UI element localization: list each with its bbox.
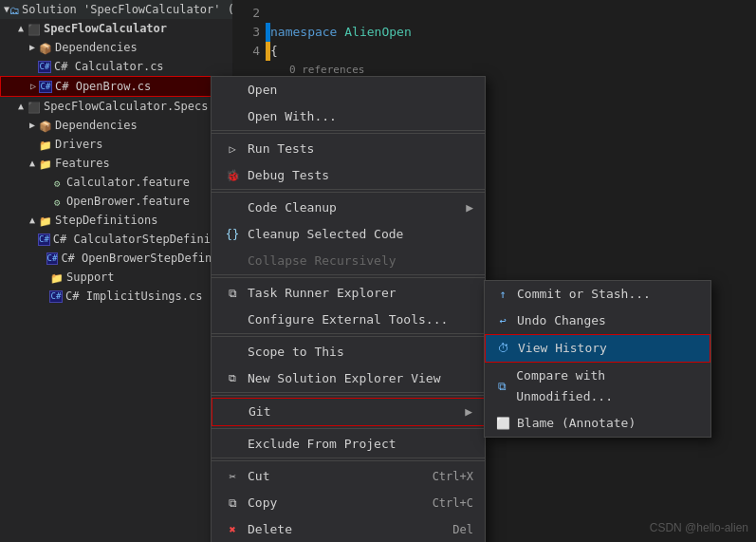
menu-item-task-runner[interactable]: ⧉ Task Runner Explorer <box>212 280 485 307</box>
undo-icon: ↩ <box>494 310 511 331</box>
app: ▼ 🗂 Solution 'SpecFlowCalculator' (2 of … <box>0 0 756 542</box>
submenu-item-view-history[interactable]: ⏱ View History <box>485 334 710 363</box>
tree-item-proj2[interactable]: ▲ ⬛ SpecFlowCalculator.Specs <box>0 97 232 116</box>
menu-item-git[interactable]: Git ▶ <box>212 398 485 426</box>
submenu-label-blame: Blame (Annotate) <box>517 413 636 434</box>
arrow-icon: ▲ <box>15 20 27 37</box>
separator <box>212 277 485 278</box>
delete-shortcut: Del <box>452 519 473 540</box>
menu-item-configure-tools[interactable]: Configure External Tools... <box>212 307 485 334</box>
menu-item-open[interactable]: Open <box>212 77 485 103</box>
submenu-label-view-history: View History <box>518 338 607 359</box>
menu-label-task-runner: Task Runner Explorer <box>248 283 473 304</box>
separator <box>212 395 485 396</box>
menu-item-code-cleanup[interactable]: Code Cleanup ▶ <box>212 195 485 221</box>
tree-item-openbrowfeat[interactable]: ⚙ OpenBrower.feature <box>0 192 232 211</box>
tree-item-drivers[interactable]: 📁 Drivers <box>0 135 232 154</box>
menu-item-scope[interactable]: Scope to This <box>212 339 485 365</box>
folder-icon: 📁 <box>49 271 65 284</box>
menu-label-run-tests: Run Tests <box>248 139 473 159</box>
deps-icon: 📦 <box>38 41 53 54</box>
tree-item-features[interactable]: ▲ 📁 Features <box>0 154 232 173</box>
tree-item-deps2[interactable]: ▶ 📦 Dependencies <box>0 116 232 135</box>
tree-item-solution[interactable]: ▼ 🗂 Solution 'SpecFlowCalculator' (2 of <box>0 0 232 19</box>
separator <box>212 133 485 134</box>
menu-label-configure-tools: Configure External Tools... <box>248 309 473 330</box>
arrow-icon: ▶ <box>27 117 38 134</box>
code-line: namespace AlienOpen <box>270 23 756 42</box>
menu-label-new-solution-view: New Solution Explorer View <box>248 368 473 389</box>
calcfeat-label: Calculator.feature <box>66 174 190 191</box>
stepdefs-label: StepDefinitions <box>55 212 157 229</box>
menu-item-collapse: Collapse Recursively <box>212 248 485 275</box>
menu-label-git: Git <box>249 402 455 422</box>
arrow-icon: ▲ <box>27 212 38 229</box>
tree-item-openbrowstep[interactable]: C# C# OpenBrowerStepDefin... <box>0 249 232 268</box>
tree-item-proj1[interactable]: ▲ ⬛ SpecFlowCalculator <box>0 19 232 38</box>
menu-item-delete[interactable]: ✖ Delete Del <box>212 516 485 542</box>
git-submenu-arrow: ▶ <box>465 402 472 422</box>
separator <box>212 460 485 461</box>
copy-shortcut: Ctrl+C <box>433 493 473 514</box>
menu-item-open-with[interactable]: Open With... <box>212 103 485 131</box>
debug-icon: 🐞 <box>223 165 242 186</box>
cs-icon: C# <box>49 290 63 303</box>
menu-label-open: Open <box>248 80 473 101</box>
project-icon: ⬛ <box>27 22 42 35</box>
line-numbers: 2 3 4 <box>232 0 266 61</box>
copy-icon: ⧉ <box>223 493 242 514</box>
deps2-label: Dependencies <box>55 117 138 134</box>
submenu-item-compare[interactable]: ⧉ Compare with Unmodified... <box>485 363 710 410</box>
separator <box>212 428 485 429</box>
tree-item-openbrow[interactable]: ▷ C# C# OpenBrow.cs <box>0 76 232 97</box>
compare-icon: ⧉ <box>494 376 510 397</box>
cut-shortcut: Ctrl+X <box>433 466 473 487</box>
menu-label-debug-tests: Debug Tests <box>248 165 473 186</box>
menu-item-cut[interactable]: ✂ Cut Ctrl+X <box>212 463 485 490</box>
submenu-item-blame[interactable]: ⬜ Blame (Annotate) <box>485 410 710 437</box>
folder-icon: 📁 <box>38 138 53 151</box>
menu-item-cleanup-selected[interactable]: {} Cleanup Selected Code <box>212 221 485 248</box>
code-line: { <box>270 42 756 61</box>
support-label: Support <box>66 269 115 286</box>
folder-icon: 📁 <box>38 214 53 227</box>
git-submenu: ↑ Commit or Stash... ↩ Undo Changes ⏱ Vi… <box>484 280 711 438</box>
tree-item-support[interactable]: 📁 Support <box>0 268 232 287</box>
cs-icon: C# <box>38 234 50 246</box>
menu-label-code-cleanup: Code Cleanup <box>248 197 456 218</box>
cs-icon: C# <box>39 81 52 93</box>
proj2-label: SpecFlowCalculator.Specs <box>44 98 208 115</box>
menu-label-delete: Delete <box>248 519 433 540</box>
tree-item-deps1[interactable]: ▶ 📦 Dependencies <box>0 38 232 57</box>
menu-item-exclude[interactable]: Exclude From Project <box>212 431 485 458</box>
calcstep-label: C# CalculatorStepDefiniti... <box>53 231 232 248</box>
code-line <box>270 4 756 23</box>
tree-item-implicitusings[interactable]: C# C# ImplicitUsings.cs <box>0 287 232 306</box>
deps1-label: Dependencies <box>55 39 138 56</box>
tree-item-calcfeat[interactable]: ⚙ Calculator.feature <box>0 173 232 192</box>
openbrowstep-label: C# OpenBrowerStepDefin... <box>61 250 232 267</box>
run-tests-icon: ▷ <box>223 139 242 159</box>
submenu-item-commit-stash[interactable]: ↑ Commit or Stash... <box>485 281 710 308</box>
history-icon: ⏱ <box>495 338 512 359</box>
menu-item-run-tests[interactable]: ▷ Run Tests <box>212 136 485 162</box>
menu-label-scope: Scope to This <box>248 342 473 363</box>
delete-icon: ✖ <box>223 519 242 540</box>
separator <box>212 192 485 193</box>
feature-icon: ⚙ <box>49 176 65 189</box>
arrow-icon: ▷ <box>28 78 39 95</box>
project2-icon: ⬛ <box>27 100 42 113</box>
tree-item-stepdefs[interactable]: ▲ 📁 StepDefinitions <box>0 211 232 230</box>
submenu-item-undo-changes[interactable]: ↩ Undo Changes <box>485 308 710 334</box>
tree-item-calcstep[interactable]: C# C# CalculatorStepDefiniti... <box>0 230 232 249</box>
submenu-label-compare: Compare with Unmodified... <box>516 365 701 407</box>
menu-item-new-solution-view[interactable]: ⧉ New Solution Explorer View <box>212 365 485 393</box>
menu-label-copy: Copy <box>248 493 414 514</box>
task-runner-icon: ⧉ <box>223 283 242 304</box>
menu-item-debug-tests[interactable]: 🐞 Debug Tests <box>212 162 485 190</box>
deps2-icon: 📦 <box>38 119 53 132</box>
menu-label-cut: Cut <box>248 466 414 487</box>
tree-item-calc[interactable]: C# C# Calculator.cs <box>0 57 232 76</box>
menu-item-copy[interactable]: ⧉ Copy Ctrl+C <box>212 490 485 516</box>
cut-icon: ✂ <box>223 466 242 487</box>
